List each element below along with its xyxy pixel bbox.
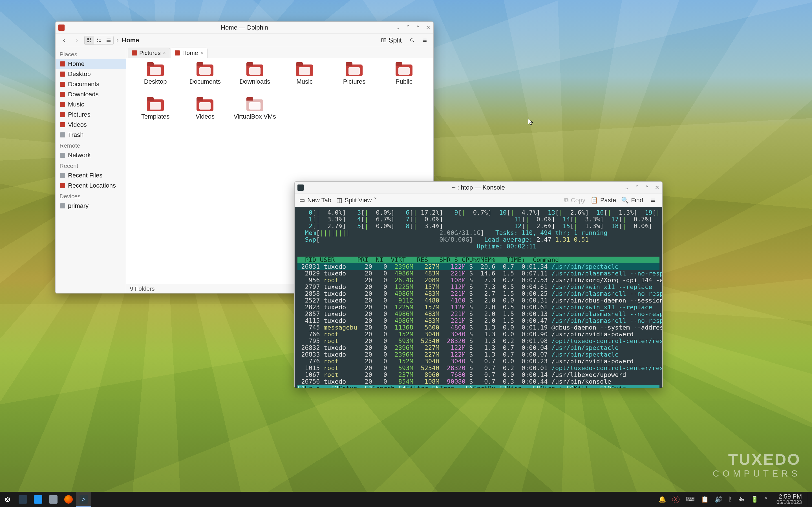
sidebar-item[interactable]: Music	[56, 100, 126, 110]
folder-label: Desktop	[144, 78, 167, 86]
sidebar-item[interactable]: Recent Locations	[56, 180, 126, 191]
breadcrumb[interactable]: › Home	[116, 37, 139, 44]
list-icon	[106, 38, 111, 43]
sidebar-item[interactable]: Videos	[56, 120, 126, 130]
tab[interactable]: Pictures×	[128, 48, 170, 58]
paste-button[interactable]: 📋Paste	[591, 196, 616, 204]
sidebar-item[interactable]: Home	[56, 59, 126, 69]
copy-button[interactable]: ⧉Copy	[564, 196, 585, 204]
folder-item[interactable]: Desktop	[131, 63, 180, 97]
tuxedo-tray-icon[interactable]: X	[672, 496, 679, 503]
sidebar-item-label: Videos	[68, 121, 87, 128]
show-desktop-button[interactable]	[807, 492, 812, 507]
svg-rect-7	[99, 41, 101, 42]
plus-tab-icon: ▭	[299, 196, 305, 204]
find-button[interactable]: 🔍Find	[621, 196, 643, 204]
sidebar-item[interactable]: Documents	[56, 79, 126, 89]
sidebar-item[interactable]: Network	[56, 150, 126, 160]
view-compact-button[interactable]	[94, 36, 104, 45]
search-icon	[410, 38, 415, 43]
hamburger-menu-button[interactable]	[420, 36, 429, 45]
volume-icon[interactable]: 🔊	[715, 496, 722, 503]
sidebar-item[interactable]: Recent Files	[56, 170, 126, 180]
sidebar-item-label: Downloads	[68, 91, 99, 98]
nav-back-button[interactable]	[59, 36, 69, 45]
nav-forward-button[interactable]	[72, 36, 82, 45]
folder-item[interactable]: Music	[280, 63, 329, 97]
split-view-button[interactable]: ◫Split View ˅	[336, 196, 377, 204]
sidebar-item-label: Desktop	[68, 70, 91, 78]
app-launcher-button[interactable]: X	[0, 492, 15, 507]
tab-close-icon[interactable]: ×	[200, 50, 203, 56]
dolphin-titlebar[interactable]: Home — Dolphin ⌄ ˅ ^ ✕	[56, 22, 434, 34]
task-firefox-button[interactable]	[61, 492, 76, 507]
sidebar-item[interactable]: Trash	[56, 130, 126, 140]
task-konsole-button[interactable]: >	[76, 492, 91, 507]
view-details-button[interactable]	[104, 36, 113, 45]
hamburger-icon	[422, 38, 427, 43]
sidebar-section-header: Remote	[56, 140, 126, 150]
clipboard-icon[interactable]: 📋	[701, 496, 709, 503]
window-maximize-button[interactable]: ^	[414, 24, 421, 31]
bluetooth-icon[interactable]: ᛒ	[728, 496, 732, 503]
window-close-button[interactable]: ✕	[424, 24, 432, 31]
tab-close-icon[interactable]: ×	[163, 50, 166, 56]
tab[interactable]: Home×	[170, 48, 207, 58]
task-files-button[interactable]	[46, 492, 61, 507]
desktop-watermark: TUXEDO COMPUTERS	[713, 450, 801, 479]
view-icons-button[interactable]	[85, 36, 94, 45]
window-minimize-button[interactable]: ⌄	[394, 24, 401, 31]
window-minimize-button[interactable]: ⌄	[623, 184, 630, 191]
notifications-icon[interactable]: 🔔	[658, 496, 666, 503]
network-icon[interactable]: 🖧	[739, 496, 745, 503]
window-close-button[interactable]: ✕	[653, 184, 661, 191]
task-manager-system-button[interactable]	[15, 492, 31, 507]
panel-clock[interactable]: 2:59 PM 05/10/2023	[771, 494, 807, 505]
new-tab-button[interactable]: ▭New Tab	[299, 196, 331, 204]
folder-item[interactable]: Public	[380, 63, 428, 97]
svg-rect-8	[107, 39, 110, 39]
konsole-window: ~ : htop — Konsole ⌄ ˅ ^ ✕ ▭New Tab ◫Spl…	[294, 181, 663, 388]
folder-label: Public	[396, 78, 412, 86]
sidebar-item[interactable]: Pictures	[56, 110, 126, 120]
folder-item[interactable]: Downloads	[231, 63, 279, 97]
folder-item[interactable]: Pictures	[330, 63, 378, 97]
compact-icon	[97, 38, 101, 43]
search-button[interactable]	[407, 36, 417, 45]
window-maximize-down-button[interactable]: ˅	[633, 184, 640, 191]
folder-item[interactable]: Templates	[131, 98, 180, 132]
search-icon: 🔍	[621, 196, 629, 204]
task-discover-button[interactable]	[31, 492, 46, 507]
folder-icon	[175, 50, 180, 55]
sidebar-section-header: Places	[56, 49, 126, 59]
svg-rect-0	[87, 38, 89, 40]
folder-icon	[60, 92, 65, 97]
split-view-button[interactable]: Split	[378, 35, 405, 45]
folder-label: Videos	[196, 113, 214, 120]
folder-icon	[147, 100, 164, 111]
svg-rect-10	[107, 41, 110, 42]
chevron-left-icon	[62, 38, 67, 43]
sidebar-item[interactable]: Desktop	[56, 69, 126, 79]
sidebar-section-header: Recent	[56, 160, 126, 170]
folder-item[interactable]: Documents	[181, 63, 229, 97]
svg-rect-9	[107, 40, 110, 41]
chevron-right-icon: ›	[116, 37, 118, 44]
folder-item[interactable]: VirtualBox VMs	[231, 98, 279, 132]
battery-icon[interactable]: 🔋	[751, 496, 758, 503]
window-maximize-down-button[interactable]: ˅	[404, 24, 411, 31]
window-maximize-button[interactable]: ^	[643, 184, 651, 191]
sidebar-item[interactable]: Downloads	[56, 89, 126, 100]
folder-item[interactable]: Videos	[181, 98, 229, 132]
sidebar-item-label: Recent Files	[68, 172, 102, 179]
terminal-output[interactable]: 0[| 4.0%] 3[| 0.0%] 6[| 17.2%] 9[| 0.7%]…	[295, 207, 662, 388]
hamburger-menu-button[interactable]	[648, 195, 658, 205]
chevron-down-icon: ˅	[374, 196, 377, 204]
dolphin-toolbar: › Home Split	[56, 34, 434, 47]
folder-icon	[60, 102, 65, 107]
konsole-titlebar[interactable]: ~ : htop — Konsole ⌄ ˅ ^ ✕	[295, 182, 662, 193]
breadcrumb-current[interactable]: Home	[122, 37, 139, 44]
sidebar-item[interactable]: primary	[56, 201, 126, 211]
keyboard-layout-icon[interactable]: ⌨	[686, 496, 695, 503]
tray-expand-icon[interactable]: ^	[765, 496, 767, 503]
